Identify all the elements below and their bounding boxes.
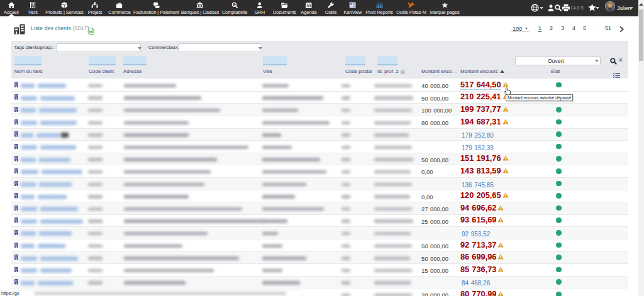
svg-text:€: € — [233, 3, 235, 6]
